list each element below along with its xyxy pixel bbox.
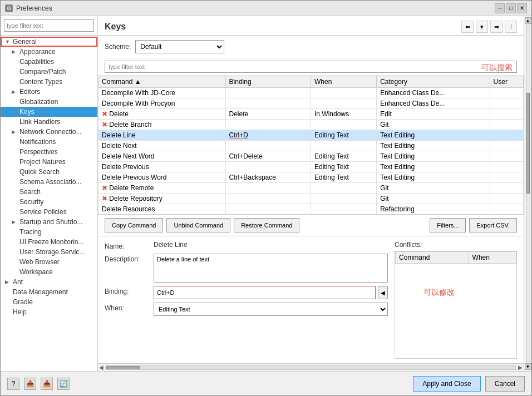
maximize-button[interactable]: □ (506, 3, 516, 13)
col-when[interactable]: When (311, 76, 376, 88)
col-command[interactable]: Command ▲ (98, 76, 226, 88)
keys-filter-input[interactable] (105, 61, 517, 73)
table-row[interactable]: ✖ Delete RepositoryGit (98, 194, 524, 204)
v-scroll-track[interactable] (526, 25, 530, 362)
import-icon[interactable]: 📥 (41, 378, 53, 390)
sidebar-item-help[interactable]: Help (1, 307, 97, 317)
sidebar-item-compare-patch[interactable]: Compare/Patch (1, 67, 97, 77)
arrow-icon: ▶ (12, 219, 17, 225)
sidebar-item-label: Perspectives (19, 148, 58, 156)
scrollbar-thumb[interactable] (106, 366, 140, 369)
sidebar-item-general[interactable]: ▼General (1, 37, 97, 47)
unbind-command-button[interactable]: Unbind Command (166, 218, 230, 232)
restore-icon[interactable]: 🔄 (57, 378, 70, 390)
row-command: Delete Resources (98, 204, 226, 215)
table-row[interactable]: Delete ResourcesRefactoring (98, 204, 524, 215)
sidebar-item-security[interactable]: Security (1, 197, 97, 207)
when-select[interactable]: Editing Text In Windows In Dialogs Alway… (154, 303, 388, 316)
sidebar-item-perspectives[interactable]: Perspectives (1, 147, 97, 157)
sidebar-item-globalization[interactable]: Globalization (1, 97, 97, 107)
scroll-right-arrow[interactable]: ▶ (518, 364, 523, 370)
scroll-down-arrow[interactable]: ▼ (525, 363, 531, 370)
sidebar-item-search[interactable]: Search (1, 187, 97, 197)
scheme-select[interactable]: Default Emacs (135, 40, 224, 53)
binding-arrow-button[interactable]: ◀ (378, 286, 388, 299)
binding-input[interactable] (154, 286, 376, 299)
sidebar-item-editors[interactable]: ▶Editors (1, 87, 97, 97)
sidebar-item-appearance[interactable]: ▶Appearance (1, 47, 97, 57)
sidebar-item-service-policies[interactable]: Service Policies (1, 207, 97, 217)
apply-close-button[interactable]: Apply and Close (413, 376, 480, 392)
v-scroll-thumb[interactable] (526, 93, 530, 194)
sidebar-item-label: General (13, 38, 37, 46)
sidebar-item-startup-shutdown[interactable]: ▶Startup and Shutdo... (1, 217, 97, 227)
sidebar-filter-input[interactable] (4, 19, 94, 32)
name-row: Name: Delete Line (105, 241, 388, 250)
sidebar-item-schema-associations[interactable]: Schema Associatio... (1, 177, 97, 187)
toolbar-dropdown[interactable]: ▾ (476, 21, 488, 33)
horizontal-scrollbar[interactable]: ◀ ▶ (98, 363, 524, 371)
sidebar-item-label: Search (19, 188, 41, 196)
filters-button[interactable]: Filters... (430, 218, 466, 232)
help-icon[interactable]: ? (7, 378, 19, 390)
more-options-button[interactable]: ⋮ (505, 21, 517, 33)
sidebar-item-label: UI Freeze Monitorin... (19, 238, 83, 246)
sidebar-item-project-natures[interactable]: Project Natures (1, 157, 97, 167)
table-row[interactable]: Decompile With JD-CoreEnhanced Class De.… (98, 88, 524, 98)
col-binding[interactable]: Binding (225, 76, 311, 88)
sidebar-item-content-types[interactable]: Content Types (1, 77, 97, 87)
sidebar-item-ui-freeze[interactable]: UI Freeze Monitorin... (1, 237, 97, 247)
sidebar-item-capabilities[interactable]: Capabilities (1, 57, 97, 67)
sidebar-item-workspace[interactable]: Workspace (1, 267, 97, 277)
panel-header: Keys ⬅ ▾ ➡ ⋮ (98, 16, 524, 36)
forward-button[interactable]: ➡ (490, 21, 503, 33)
restore-command-button[interactable]: Restore Command (234, 218, 299, 232)
scroll-left-arrow[interactable]: ◀ (99, 364, 104, 370)
sidebar-item-gradle[interactable]: Gradle (1, 297, 97, 307)
col-category[interactable]: Category (377, 76, 490, 88)
right-vertical-scrollbar[interactable]: ▲ ▼ (524, 16, 531, 371)
table-row[interactable]: Delete Previous WordCtrl+BackspaceEditin… (98, 172, 524, 183)
sidebar-item-notifications[interactable]: Notifications (1, 137, 97, 147)
keys-table-wrapper[interactable]: Command ▲ Binding When Category User Dec… (98, 76, 524, 215)
col-user[interactable]: User (490, 76, 523, 88)
sidebar-item-tracing[interactable]: Tracing (1, 227, 97, 237)
table-row[interactable]: Delete Next WordCtrl+DeleteEditing TextT… (98, 151, 524, 162)
scroll-up-arrow[interactable]: ▲ (525, 17, 531, 24)
sidebar-item-data-management[interactable]: Data Management (1, 287, 97, 297)
table-row[interactable]: ✖ Delete BranchGit (98, 120, 524, 130)
row-when (311, 120, 376, 130)
keys-table: Command ▲ Binding When Category User Dec… (98, 76, 524, 215)
table-row[interactable]: ✖ Delete RemoteGit (98, 183, 524, 194)
row-user (490, 172, 523, 183)
table-row[interactable]: Delete NextText Editing (98, 141, 524, 151)
copy-command-button[interactable]: Copy Command (105, 218, 163, 232)
conflicts-col-command: Command (396, 252, 469, 264)
export-csv-button[interactable]: Export CSV. (469, 218, 517, 232)
titlebar: ⚙ Preferences ─ □ ✕ (1, 1, 531, 16)
table-row[interactable]: Delete LineCtrl+DEditing TextText Editin… (98, 130, 524, 141)
row-category: Edit (377, 109, 490, 120)
back-button[interactable]: ⬅ (461, 21, 474, 33)
when-label: When: (105, 303, 149, 312)
cancel-button[interactable]: Cancel (485, 376, 525, 392)
scrollbar-track[interactable] (106, 365, 516, 370)
sidebar-item-network-connections[interactable]: ▶Network Connectio... (1, 127, 97, 137)
description-textarea[interactable] (154, 254, 388, 283)
row-user (490, 162, 523, 172)
table-row[interactable]: ✖ DeleteDeleteIn WindowsEdit (98, 109, 524, 120)
sidebar-item-keys[interactable]: Keys (1, 107, 97, 117)
sidebar-item-user-storage[interactable]: User Storage Servic... (1, 247, 97, 257)
close-button[interactable]: ✕ (517, 3, 527, 13)
table-row[interactable]: Decompile With ProcyonEnhanced Class De.… (98, 98, 524, 109)
sidebar-item-label: Startup and Shutdo... (19, 218, 82, 226)
sidebar-item-link-handlers[interactable]: Link Handlers (1, 117, 97, 127)
export-icon[interactable]: 📤 (24, 378, 36, 390)
sidebar-item-label: Ant (13, 278, 23, 286)
sidebar-item-ant[interactable]: ▶Ant (1, 277, 97, 287)
table-row[interactable]: Delete PreviousEditing TextText Editing (98, 162, 524, 172)
minimize-button[interactable]: ─ (495, 3, 505, 13)
row-binding (225, 194, 311, 204)
sidebar-item-quick-search[interactable]: Quick Search (1, 167, 97, 177)
sidebar-item-web-browser[interactable]: Web Browser (1, 257, 97, 267)
